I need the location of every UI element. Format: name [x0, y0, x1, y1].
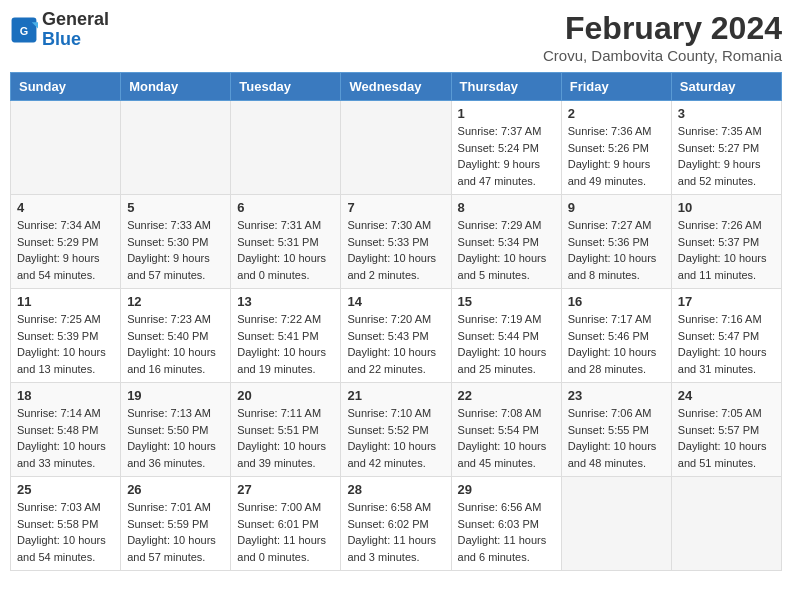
day-number: 18: [17, 388, 114, 403]
day-info: Sunrise: 7:17 AM Sunset: 5:46 PM Dayligh…: [568, 311, 665, 377]
day-number: 15: [458, 294, 555, 309]
logo: G General Blue: [10, 10, 109, 50]
calendar-cell: 23Sunrise: 7:06 AM Sunset: 5:55 PM Dayli…: [561, 383, 671, 477]
day-info: Sunrise: 7:14 AM Sunset: 5:48 PM Dayligh…: [17, 405, 114, 471]
page-header: G General Blue February 2024 Crovu, Damb…: [10, 10, 782, 64]
calendar-cell: 9Sunrise: 7:27 AM Sunset: 5:36 PM Daylig…: [561, 195, 671, 289]
day-header-thursday: Thursday: [451, 73, 561, 101]
calendar-cell: 22Sunrise: 7:08 AM Sunset: 5:54 PM Dayli…: [451, 383, 561, 477]
calendar-table: SundayMondayTuesdayWednesdayThursdayFrid…: [10, 72, 782, 571]
day-info: Sunrise: 7:06 AM Sunset: 5:55 PM Dayligh…: [568, 405, 665, 471]
calendar-cell: [11, 101, 121, 195]
day-info: Sunrise: 7:19 AM Sunset: 5:44 PM Dayligh…: [458, 311, 555, 377]
day-info: Sunrise: 7:16 AM Sunset: 5:47 PM Dayligh…: [678, 311, 775, 377]
day-info: Sunrise: 7:29 AM Sunset: 5:34 PM Dayligh…: [458, 217, 555, 283]
day-info: Sunrise: 7:01 AM Sunset: 5:59 PM Dayligh…: [127, 499, 224, 565]
location-title: Crovu, Dambovita County, Romania: [543, 47, 782, 64]
day-number: 14: [347, 294, 444, 309]
calendar-cell: 1Sunrise: 7:37 AM Sunset: 5:24 PM Daylig…: [451, 101, 561, 195]
day-info: Sunrise: 7:03 AM Sunset: 5:58 PM Dayligh…: [17, 499, 114, 565]
calendar-cell: 19Sunrise: 7:13 AM Sunset: 5:50 PM Dayli…: [121, 383, 231, 477]
calendar-cell: 24Sunrise: 7:05 AM Sunset: 5:57 PM Dayli…: [671, 383, 781, 477]
calendar-cell: 4Sunrise: 7:34 AM Sunset: 5:29 PM Daylig…: [11, 195, 121, 289]
day-number: 21: [347, 388, 444, 403]
title-block: February 2024 Crovu, Dambovita County, R…: [543, 10, 782, 64]
day-number: 13: [237, 294, 334, 309]
calendar-cell: 13Sunrise: 7:22 AM Sunset: 5:41 PM Dayli…: [231, 289, 341, 383]
day-number: 22: [458, 388, 555, 403]
calendar-cell: 2Sunrise: 7:36 AM Sunset: 5:26 PM Daylig…: [561, 101, 671, 195]
logo-icon: G: [10, 16, 38, 44]
day-header-wednesday: Wednesday: [341, 73, 451, 101]
month-title: February 2024: [543, 10, 782, 47]
day-info: Sunrise: 7:05 AM Sunset: 5:57 PM Dayligh…: [678, 405, 775, 471]
calendar-cell: 27Sunrise: 7:00 AM Sunset: 6:01 PM Dayli…: [231, 477, 341, 571]
day-header-friday: Friday: [561, 73, 671, 101]
day-number: 8: [458, 200, 555, 215]
day-number: 9: [568, 200, 665, 215]
day-info: Sunrise: 7:11 AM Sunset: 5:51 PM Dayligh…: [237, 405, 334, 471]
calendar-cell: [341, 101, 451, 195]
logo-blue: Blue: [42, 30, 109, 50]
calendar-cell: 5Sunrise: 7:33 AM Sunset: 5:30 PM Daylig…: [121, 195, 231, 289]
calendar-cell: 10Sunrise: 7:26 AM Sunset: 5:37 PM Dayli…: [671, 195, 781, 289]
day-info: Sunrise: 7:25 AM Sunset: 5:39 PM Dayligh…: [17, 311, 114, 377]
day-info: Sunrise: 7:08 AM Sunset: 5:54 PM Dayligh…: [458, 405, 555, 471]
day-info: Sunrise: 7:35 AM Sunset: 5:27 PM Dayligh…: [678, 123, 775, 189]
week-row-4: 18Sunrise: 7:14 AM Sunset: 5:48 PM Dayli…: [11, 383, 782, 477]
day-info: Sunrise: 7:37 AM Sunset: 5:24 PM Dayligh…: [458, 123, 555, 189]
day-number: 2: [568, 106, 665, 121]
calendar-cell: 8Sunrise: 7:29 AM Sunset: 5:34 PM Daylig…: [451, 195, 561, 289]
day-number: 4: [17, 200, 114, 215]
day-number: 23: [568, 388, 665, 403]
day-number: 29: [458, 482, 555, 497]
calendar-cell: [671, 477, 781, 571]
day-number: 24: [678, 388, 775, 403]
day-info: Sunrise: 7:00 AM Sunset: 6:01 PM Dayligh…: [237, 499, 334, 565]
calendar-cell: 11Sunrise: 7:25 AM Sunset: 5:39 PM Dayli…: [11, 289, 121, 383]
calendar-cell: 25Sunrise: 7:03 AM Sunset: 5:58 PM Dayli…: [11, 477, 121, 571]
calendar-cell: 7Sunrise: 7:30 AM Sunset: 5:33 PM Daylig…: [341, 195, 451, 289]
day-info: Sunrise: 7:26 AM Sunset: 5:37 PM Dayligh…: [678, 217, 775, 283]
day-info: Sunrise: 7:22 AM Sunset: 5:41 PM Dayligh…: [237, 311, 334, 377]
day-number: 20: [237, 388, 334, 403]
day-info: Sunrise: 7:13 AM Sunset: 5:50 PM Dayligh…: [127, 405, 224, 471]
day-info: Sunrise: 6:58 AM Sunset: 6:02 PM Dayligh…: [347, 499, 444, 565]
week-row-1: 1Sunrise: 7:37 AM Sunset: 5:24 PM Daylig…: [11, 101, 782, 195]
calendar-cell: 6Sunrise: 7:31 AM Sunset: 5:31 PM Daylig…: [231, 195, 341, 289]
calendar-cell: 18Sunrise: 7:14 AM Sunset: 5:48 PM Dayli…: [11, 383, 121, 477]
day-number: 5: [127, 200, 224, 215]
day-number: 19: [127, 388, 224, 403]
calendar-cell: 20Sunrise: 7:11 AM Sunset: 5:51 PM Dayli…: [231, 383, 341, 477]
day-number: 12: [127, 294, 224, 309]
day-info: Sunrise: 7:34 AM Sunset: 5:29 PM Dayligh…: [17, 217, 114, 283]
week-row-2: 4Sunrise: 7:34 AM Sunset: 5:29 PM Daylig…: [11, 195, 782, 289]
calendar-cell: 29Sunrise: 6:56 AM Sunset: 6:03 PM Dayli…: [451, 477, 561, 571]
calendar-cell: 3Sunrise: 7:35 AM Sunset: 5:27 PM Daylig…: [671, 101, 781, 195]
day-info: Sunrise: 7:23 AM Sunset: 5:40 PM Dayligh…: [127, 311, 224, 377]
calendar-cell: [561, 477, 671, 571]
week-row-3: 11Sunrise: 7:25 AM Sunset: 5:39 PM Dayli…: [11, 289, 782, 383]
day-number: 17: [678, 294, 775, 309]
calendar-cell: 14Sunrise: 7:20 AM Sunset: 5:43 PM Dayli…: [341, 289, 451, 383]
day-header-sunday: Sunday: [11, 73, 121, 101]
day-info: Sunrise: 6:56 AM Sunset: 6:03 PM Dayligh…: [458, 499, 555, 565]
day-number: 3: [678, 106, 775, 121]
calendar-cell: 15Sunrise: 7:19 AM Sunset: 5:44 PM Dayli…: [451, 289, 561, 383]
calendar-cell: [121, 101, 231, 195]
calendar-header-row: SundayMondayTuesdayWednesdayThursdayFrid…: [11, 73, 782, 101]
calendar-cell: 28Sunrise: 6:58 AM Sunset: 6:02 PM Dayli…: [341, 477, 451, 571]
calendar-cell: 12Sunrise: 7:23 AM Sunset: 5:40 PM Dayli…: [121, 289, 231, 383]
week-row-5: 25Sunrise: 7:03 AM Sunset: 5:58 PM Dayli…: [11, 477, 782, 571]
day-number: 7: [347, 200, 444, 215]
day-number: 25: [17, 482, 114, 497]
calendar-cell: 17Sunrise: 7:16 AM Sunset: 5:47 PM Dayli…: [671, 289, 781, 383]
day-number: 27: [237, 482, 334, 497]
day-info: Sunrise: 7:31 AM Sunset: 5:31 PM Dayligh…: [237, 217, 334, 283]
day-header-monday: Monday: [121, 73, 231, 101]
calendar-cell: [231, 101, 341, 195]
day-header-saturday: Saturday: [671, 73, 781, 101]
day-header-tuesday: Tuesday: [231, 73, 341, 101]
day-info: Sunrise: 7:33 AM Sunset: 5:30 PM Dayligh…: [127, 217, 224, 283]
calendar-cell: 21Sunrise: 7:10 AM Sunset: 5:52 PM Dayli…: [341, 383, 451, 477]
